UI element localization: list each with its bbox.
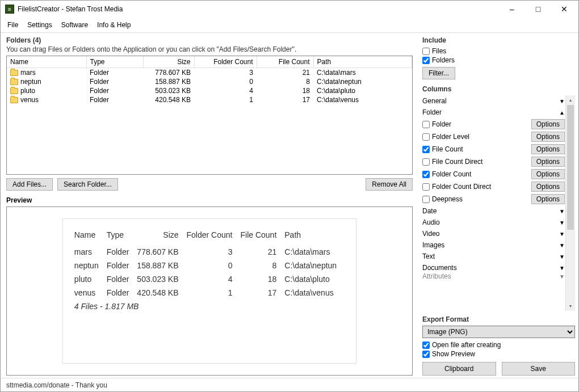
open-after-label: Open file after creating — [432, 341, 501, 349]
filter-button[interactable]: Filter... — [422, 67, 455, 79]
category-row[interactable]: Video▼ — [422, 228, 565, 239]
show-preview-row[interactable]: Show Preview — [422, 349, 575, 359]
column-option-checkbox[interactable] — [422, 158, 430, 166]
menu-file[interactable]: File — [3, 19, 23, 31]
table-row[interactable]: venusFolder420.548 KB117C:\data\venus — [7, 95, 412, 104]
column-options-button[interactable]: Options — [531, 194, 565, 204]
preview-row: marsFolder778.607 KB321C:\data\mars — [74, 245, 345, 259]
category-folder[interactable]: Folder ▲ — [422, 107, 565, 118]
category-attributes[interactable]: Attributes ▼ — [422, 273, 565, 279]
left-panel: Folders (4) You can drag Files or Folder… — [1, 33, 418, 378]
folder-icon — [10, 70, 18, 76]
include-files-checkbox[interactable] — [422, 48, 430, 55]
search-folder-button[interactable]: Search Folder... — [57, 178, 118, 191]
scroll-thumb[interactable] — [567, 105, 574, 230]
include-title: Include — [422, 36, 575, 44]
right-panel: Include Files Folders Filter... Columns … — [418, 33, 578, 378]
category-row[interactable]: Date▼ — [422, 205, 565, 217]
chevron-down-icon: ▼ — [559, 273, 565, 279]
open-after-checkbox[interactable] — [422, 342, 430, 349]
category-row[interactable]: Documents▼ — [422, 262, 565, 273]
column-option-checkbox[interactable] — [422, 146, 430, 153]
col-type[interactable]: Type — [86, 56, 143, 68]
columns-scroll: General ▼ Folder ▲ FolderOptionsFolder L… — [422, 95, 575, 311]
category-row[interactable]: Text▼ — [422, 251, 565, 262]
category-general[interactable]: General ▼ — [422, 95, 565, 107]
clipboard-button[interactable]: Clipboard — [422, 362, 496, 376]
scroll-up-arrow[interactable]: ▴ — [566, 95, 575, 105]
folder-icon — [10, 79, 18, 85]
chevron-up-icon: ▲ — [559, 109, 565, 116]
vertical-scrollbar[interactable]: ▴ ▾ — [565, 95, 575, 311]
menubar: File Settings Software Info & Help — [1, 18, 578, 33]
minimize-button[interactable]: – — [499, 1, 525, 18]
column-option-checkbox[interactable] — [422, 183, 430, 191]
chevron-down-icon: ▼ — [559, 220, 565, 226]
columns-title: Columns — [422, 85, 575, 93]
column-option-checkbox[interactable] — [422, 171, 430, 178]
menu-info-help[interactable]: Info & Help — [93, 19, 135, 31]
column-options-button[interactable]: Options — [531, 132, 565, 142]
preview-title: Preview — [6, 196, 413, 204]
column-options-button[interactable]: Options — [531, 182, 565, 192]
column-option-checkbox[interactable] — [422, 133, 430, 141]
col-file-count[interactable]: File Count — [257, 56, 313, 68]
column-options-button[interactable]: Options — [531, 169, 565, 179]
column-option-label: File Count — [432, 145, 529, 153]
column-option-row: Folder Count DirectOptions — [422, 180, 565, 193]
preview-col-name: Name — [74, 228, 107, 245]
include-folders-row[interactable]: Folders — [422, 56, 575, 65]
add-files-button[interactable]: Add Files... — [6, 178, 53, 191]
preview-card: Name Type Size Folder Count File Count P… — [62, 218, 356, 364]
column-option-row: FolderOptions — [422, 118, 565, 130]
preview-col-file-count: File Count — [240, 228, 284, 245]
include-files-row[interactable]: Files — [422, 47, 575, 56]
menu-settings[interactable]: Settings — [23, 19, 56, 31]
col-name[interactable]: Name — [7, 56, 86, 68]
column-option-row: Folder CountOptions — [422, 168, 565, 180]
category-row[interactable]: Images▼ — [422, 239, 565, 251]
include-folders-label: Folders — [432, 56, 455, 64]
table-row[interactable]: marsFolder778.607 KB321C:\data\mars — [7, 68, 412, 78]
col-size[interactable]: Size — [143, 56, 194, 68]
column-option-label: Folder — [432, 120, 529, 128]
include-files-label: Files — [432, 47, 446, 55]
column-options-button[interactable]: Options — [531, 157, 565, 167]
chevron-down-icon: ▼ — [559, 242, 565, 248]
file-list[interactable]: Name Type Size Folder Count File Count P… — [6, 56, 413, 175]
scroll-down-arrow[interactable]: ▾ — [566, 301, 575, 311]
show-preview-label: Show Preview — [432, 350, 475, 358]
statusbar: sttmedia.com/donate - Thank you — [1, 378, 578, 391]
folders-hint: You can drag Files or Folders onto the A… — [6, 45, 413, 53]
column-option-checkbox[interactable] — [422, 196, 430, 203]
maximize-button[interactable]: □ — [525, 1, 551, 18]
close-button[interactable]: ✕ — [551, 1, 577, 18]
chevron-down-icon: ▼ — [559, 265, 565, 271]
chevron-down-icon: ▼ — [559, 231, 565, 237]
column-option-row: File CountOptions — [422, 143, 565, 155]
column-option-checkbox[interactable] — [422, 121, 430, 128]
preview-col-type: Type — [107, 228, 137, 245]
col-folder-count[interactable]: Folder Count — [194, 56, 257, 68]
export-format-select[interactable]: Image (PNG) — [422, 326, 575, 338]
preview-row: venusFolder420.548 KB117C:\data\venus — [74, 286, 345, 300]
remove-all-button[interactable]: Remove All — [366, 178, 413, 191]
include-folders-checkbox[interactable] — [422, 57, 430, 64]
export-title: Export Format — [422, 315, 575, 323]
column-options-button[interactable]: Options — [531, 119, 565, 129]
show-preview-checkbox[interactable] — [422, 351, 430, 358]
preview-col-path: Path — [284, 228, 345, 245]
open-after-row[interactable]: Open file after creating — [422, 340, 575, 349]
table-row[interactable]: neptunFolder158.887 KB08C:\data\neptun — [7, 77, 412, 86]
titlebar: FilelistCreator - Stefan Trost Media – □… — [1, 1, 578, 18]
table-row[interactable]: plutoFolder503.023 KB418C:\data\pluto — [7, 86, 412, 95]
save-button[interactable]: Save — [502, 362, 576, 376]
app-icon — [5, 5, 14, 14]
chevron-down-icon: ▼ — [559, 254, 565, 260]
category-row[interactable]: Audio▼ — [422, 217, 565, 228]
menu-software[interactable]: Software — [57, 19, 93, 31]
col-path[interactable]: Path — [313, 56, 412, 68]
column-option-row: Folder LevelOptions — [422, 130, 565, 143]
column-options-button[interactable]: Options — [531, 144, 565, 154]
chevron-down-icon: ▼ — [559, 98, 565, 104]
